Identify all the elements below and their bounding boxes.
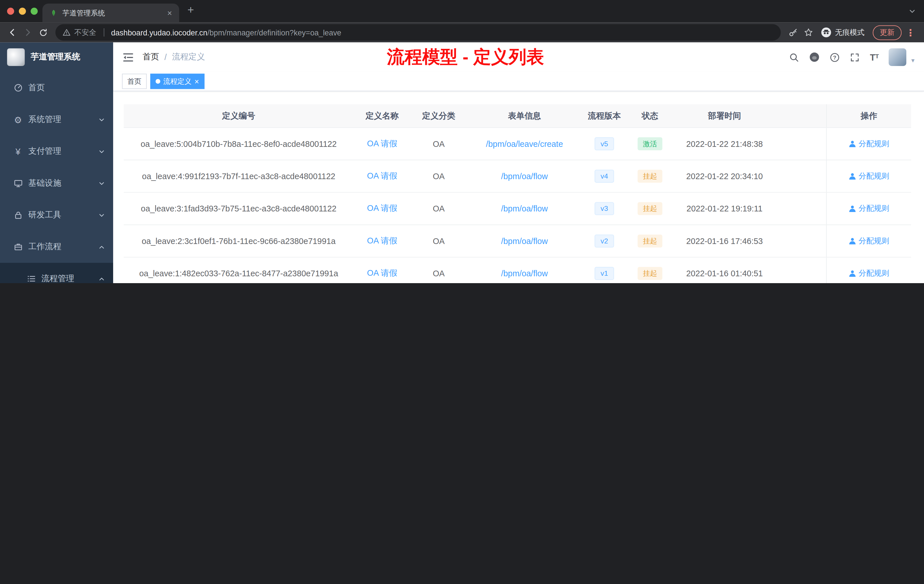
github-icon[interactable]	[809, 52, 820, 63]
table-header-row: 定义编号 定义名称 定义分类 表单信息 流程版本 状态 部署时间 操作	[124, 104, 911, 128]
definition-name-link[interactable]: OA 请假	[367, 203, 398, 214]
avatar-caret-icon[interactable]: ▾	[911, 56, 914, 64]
forward-button[interactable]	[20, 25, 35, 40]
status-badge: 激活	[638, 137, 663, 150]
breadcrumb-home[interactable]: 首页	[143, 52, 159, 63]
fullscreen-icon[interactable]	[850, 52, 860, 62]
incognito-label: 无痕模式	[835, 27, 865, 38]
cell-category: OA	[411, 225, 467, 257]
tag-close-icon[interactable]: ×	[195, 78, 199, 85]
form-link[interactable]: /bpm/oa/flow	[501, 204, 548, 213]
col-operation: 操作	[826, 104, 911, 127]
cell-definition-id: oa_leave:1:482ec033-762a-11ec-8477-a2380…	[124, 257, 353, 283]
sidebar-item-label: 研发工具	[28, 210, 61, 220]
cell-form-info: /bpm/oa/flow	[467, 160, 582, 192]
person-icon	[848, 140, 856, 148]
cell-definition-id: oa_leave:5:004b710b-7b8a-11ec-8ef0-acde4…	[124, 128, 353, 160]
browser-update-button[interactable]: 更新	[873, 25, 902, 40]
cell-status: 挂起	[626, 257, 673, 283]
breadcrumb: 首页 / 流程定义	[143, 52, 205, 63]
cell-filler	[776, 193, 826, 224]
sidebar-item-devtools[interactable]: 研发工具	[0, 199, 113, 231]
search-icon[interactable]	[789, 52, 799, 62]
chevron-down-icon	[98, 212, 105, 218]
tag-process-definition[interactable]: 流程定义 ×	[150, 74, 204, 89]
assign-rule-link[interactable]: 分配规则	[848, 203, 889, 214]
svg-text:?: ?	[833, 54, 836, 60]
assign-rule-label: 分配规则	[858, 236, 889, 246]
col-definition-name: 定义名称	[354, 104, 411, 127]
tags-view: 首页 流程定义 ×	[113, 72, 924, 91]
page-title-annotation: 流程模型 - 定义列表	[387, 45, 544, 69]
url-text[interactable]: dashboard.yudao.iocoder.cn/bpm/manager/d…	[111, 28, 342, 37]
definition-name-link[interactable]: OA 请假	[367, 236, 398, 246]
cell-version: v1	[582, 257, 627, 283]
browser-menu-dots-icon[interactable]: ⋮	[906, 27, 915, 38]
sidebar-item-workflow[interactable]: 工作流程	[0, 231, 113, 263]
version-badge: v3	[594, 202, 614, 215]
help-icon[interactable]: ?	[830, 52, 840, 62]
cell-version: v4	[582, 160, 627, 192]
form-link[interactable]: /bpm/oa/flow	[501, 172, 548, 181]
table-row: oa_leave:5:004b710b-7b8a-11ec-8ef0-acde4…	[124, 128, 911, 160]
refresh-button[interactable]	[35, 25, 51, 40]
app-header: 首页 / 流程定义 流程模型 - 定义列表 ?	[113, 43, 924, 72]
definition-name-link[interactable]: OA 请假	[367, 268, 398, 279]
assign-rule-link[interactable]: 分配规则	[848, 268, 889, 279]
cell-deploy-time: 2022-01-22 20:34:10	[673, 160, 776, 192]
close-window-button[interactable]	[7, 8, 14, 15]
version-badge: v4	[594, 170, 614, 183]
bookmark-star-icon[interactable]	[801, 25, 816, 40]
back-button[interactable]	[5, 25, 20, 40]
assign-rule-link[interactable]: 分配规则	[848, 171, 889, 181]
content-area: 定义编号 定义名称 定义分类 表单信息 流程版本 状态 部署时间 操作 oa_l…	[113, 91, 924, 283]
tag-home[interactable]: 首页	[122, 74, 147, 89]
minimize-window-button[interactable]	[19, 8, 26, 15]
person-icon	[848, 172, 856, 180]
cell-version: v5	[582, 128, 627, 160]
maximize-window-button[interactable]	[31, 8, 38, 15]
cell-filler	[776, 257, 826, 283]
sidebar-item-system[interactable]: ⚙ 系统管理	[0, 104, 113, 135]
sidebar-item-label: 系统管理	[28, 114, 61, 125]
status-badge: 挂起	[638, 234, 663, 247]
version-badge: v5	[594, 137, 614, 150]
form-link[interactable]: /bpm/oa/flow	[501, 236, 548, 246]
cell-version: v2	[582, 225, 627, 257]
tab-search-chevron-icon[interactable]	[909, 8, 916, 15]
tag-label: 流程定义	[163, 76, 191, 86]
cell-status: 激活	[626, 128, 673, 160]
sidebar-item-payment[interactable]: ¥ 支付管理	[0, 135, 113, 167]
cell-operation: 分配规则	[826, 160, 911, 192]
browser-tab[interactable]: 芋道管理系统 ×	[43, 3, 180, 22]
sidebar-item-process-management[interactable]: 流程管理	[0, 263, 113, 283]
tab-close-icon[interactable]: ×	[167, 8, 172, 18]
assign-rule-link[interactable]: 分配规则	[848, 139, 889, 149]
cell-definition-name: OA 请假	[354, 193, 411, 224]
sidebar-item-home[interactable]: 首页	[0, 72, 113, 104]
definition-name-link[interactable]: OA 请假	[367, 139, 398, 149]
chevron-down-icon	[98, 116, 105, 123]
chevron-down-icon	[98, 180, 105, 186]
assign-rule-link[interactable]: 分配规则	[848, 236, 889, 246]
address-bar[interactable]: 不安全 dashboard.yudao.iocoder.cn/bpm/manag…	[55, 24, 781, 41]
workflow-submenu: 流程管理 流程表单 用户分组	[0, 263, 113, 283]
form-link[interactable]: /bpm/oa/leave/create	[486, 139, 563, 148]
hamburger-icon[interactable]	[122, 52, 134, 62]
definition-name-link[interactable]: OA 请假	[367, 171, 398, 181]
new-tab-button[interactable]: +	[187, 3, 194, 16]
cell-deploy-time: 2022-01-16 17:46:53	[673, 225, 776, 257]
cell-form-info: /bpm/oa/flow	[467, 193, 582, 224]
cell-operation: 分配规则	[826, 257, 911, 283]
avatar[interactable]	[889, 48, 907, 66]
cell-deploy-time: 2022-01-22 21:48:38	[673, 128, 776, 160]
password-key-icon[interactable]	[785, 25, 801, 40]
form-link[interactable]: /bpm/oa/flow	[501, 269, 548, 278]
cell-operation: 分配规则	[826, 225, 911, 257]
cell-form-info: /bpm/oa/flow	[467, 225, 582, 257]
sidebar-item-infrastructure[interactable]: 基础设施	[0, 167, 113, 199]
cell-form-info: /bpm/oa/flow	[467, 257, 582, 283]
security-label[interactable]: 不安全	[74, 27, 96, 38]
cell-filler	[776, 225, 826, 257]
font-size-icon[interactable]: TT	[870, 53, 879, 62]
